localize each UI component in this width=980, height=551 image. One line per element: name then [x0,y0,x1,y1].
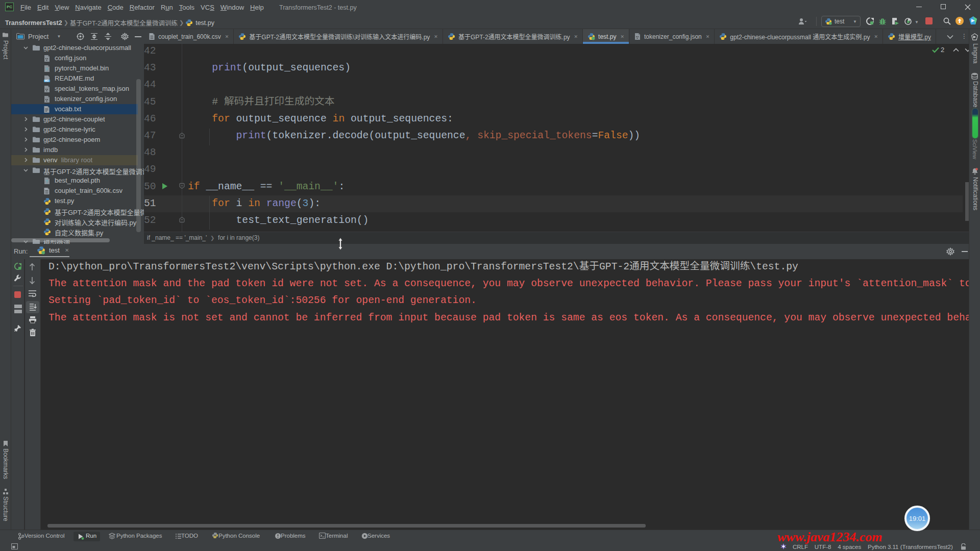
svg-text:?: ? [45,179,48,184]
svg-text:?: ? [45,67,48,72]
svg-text:MD: MD [44,79,49,82]
